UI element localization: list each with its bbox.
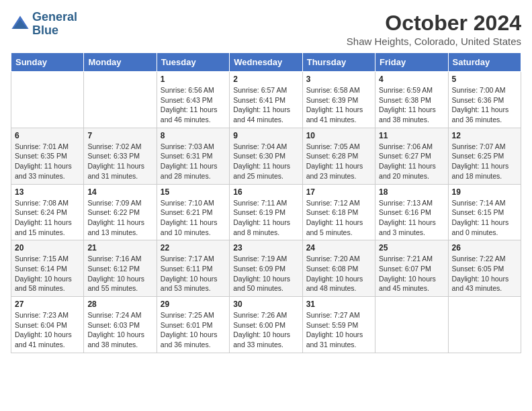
day-number: 24 — [306, 243, 371, 253]
calendar-cell: 21Sunrise: 7:16 AMSunset: 6:12 PMDayligh… — [84, 240, 157, 297]
calendar-cell — [448, 297, 521, 353]
calendar-cell: 14Sunrise: 7:09 AMSunset: 6:22 PMDayligh… — [84, 184, 157, 240]
day-info: Sunrise: 7:05 AMSunset: 6:28 PMDaylight:… — [306, 142, 371, 181]
logo: General Blue — [11, 11, 77, 38]
day-number: 1 — [161, 75, 226, 84]
calendar-cell: 16Sunrise: 7:11 AMSunset: 6:19 PMDayligh… — [230, 184, 302, 240]
day-number: 17 — [306, 187, 371, 197]
calendar-cell: 5Sunrise: 7:00 AMSunset: 6:36 PMDaylight… — [448, 72, 521, 128]
weekday-header: Wednesday — [230, 53, 302, 72]
day-number: 5 — [452, 75, 517, 84]
calendar-cell: 3Sunrise: 6:58 AMSunset: 6:39 PMDaylight… — [302, 72, 375, 128]
day-info: Sunrise: 7:22 AMSunset: 6:05 PMDaylight:… — [452, 254, 517, 293]
calendar-cell: 24Sunrise: 7:20 AMSunset: 6:08 PMDayligh… — [302, 240, 375, 297]
day-info: Sunrise: 7:02 AMSunset: 6:33 PMDaylight:… — [87, 142, 152, 181]
day-info: Sunrise: 7:14 AMSunset: 6:15 PMDaylight:… — [452, 198, 517, 238]
day-info: Sunrise: 7:03 AMSunset: 6:31 PMDaylight:… — [161, 142, 226, 181]
day-info: Sunrise: 7:13 AMSunset: 6:16 PMDaylight:… — [379, 198, 444, 238]
day-number: 31 — [306, 300, 371, 309]
calendar-cell: 7Sunrise: 7:02 AMSunset: 6:33 PMDaylight… — [84, 128, 157, 184]
day-number: 18 — [379, 187, 444, 197]
day-number: 16 — [233, 187, 298, 197]
title-block: October 2024 Shaw Heights, Colorado, Uni… — [347, 11, 521, 47]
day-info: Sunrise: 7:17 AMSunset: 6:11 PMDaylight:… — [161, 254, 226, 293]
calendar-cell: 10Sunrise: 7:05 AMSunset: 6:28 PMDayligh… — [302, 128, 375, 184]
day-info: Sunrise: 7:08 AMSunset: 6:24 PMDaylight:… — [15, 198, 80, 238]
day-number: 3 — [306, 75, 371, 84]
day-info: Sunrise: 7:21 AMSunset: 6:07 PMDaylight:… — [379, 254, 444, 293]
calendar-week-row: 1Sunrise: 6:56 AMSunset: 6:43 PMDaylight… — [11, 72, 521, 128]
day-number: 14 — [87, 187, 152, 197]
day-number: 23 — [233, 243, 298, 253]
calendar-cell: 28Sunrise: 7:24 AMSunset: 6:03 PMDayligh… — [84, 297, 157, 353]
day-info: Sunrise: 6:59 AMSunset: 6:38 PMDaylight:… — [379, 85, 444, 125]
calendar-table: SundayMondayTuesdayWednesdayThursdayFrid… — [11, 52, 521, 353]
day-number: 30 — [233, 300, 298, 309]
day-number: 10 — [306, 131, 371, 140]
calendar-cell: 29Sunrise: 7:25 AMSunset: 6:01 PMDayligh… — [157, 297, 229, 353]
calendar-cell: 30Sunrise: 7:26 AMSunset: 6:00 PMDayligh… — [230, 297, 302, 353]
day-number: 4 — [379, 75, 444, 84]
calendar-week-row: 20Sunrise: 7:15 AMSunset: 6:14 PMDayligh… — [11, 240, 521, 297]
location-text: Shaw Heights, Colorado, United States — [347, 36, 521, 47]
day-number: 27 — [15, 300, 80, 309]
calendar-cell: 27Sunrise: 7:23 AMSunset: 6:04 PMDayligh… — [11, 297, 84, 353]
page-header: General Blue October 2024 Shaw Heights, … — [11, 11, 521, 47]
calendar-cell: 13Sunrise: 7:08 AMSunset: 6:24 PMDayligh… — [11, 184, 84, 240]
day-number: 15 — [161, 187, 226, 197]
calendar-cell: 19Sunrise: 7:14 AMSunset: 6:15 PMDayligh… — [448, 184, 521, 240]
logo-text: General Blue — [32, 11, 77, 38]
day-info: Sunrise: 6:57 AMSunset: 6:41 PMDaylight:… — [233, 85, 298, 125]
calendar-body: 1Sunrise: 6:56 AMSunset: 6:43 PMDaylight… — [11, 72, 521, 353]
calendar-cell: 2Sunrise: 6:57 AMSunset: 6:41 PMDaylight… — [230, 72, 302, 128]
calendar-cell: 8Sunrise: 7:03 AMSunset: 6:31 PMDaylight… — [157, 128, 229, 184]
logo-line2: Blue — [32, 24, 77, 38]
calendar-cell: 12Sunrise: 7:07 AMSunset: 6:25 PMDayligh… — [448, 128, 521, 184]
day-number: 20 — [15, 243, 80, 253]
day-info: Sunrise: 7:20 AMSunset: 6:08 PMDaylight:… — [306, 254, 371, 293]
calendar-cell — [11, 72, 84, 128]
weekday-header: Saturday — [448, 53, 521, 72]
calendar-cell: 20Sunrise: 7:15 AMSunset: 6:14 PMDayligh… — [11, 240, 84, 297]
calendar-week-row: 13Sunrise: 7:08 AMSunset: 6:24 PMDayligh… — [11, 184, 521, 240]
day-info: Sunrise: 7:23 AMSunset: 6:04 PMDaylight:… — [15, 310, 80, 350]
day-info: Sunrise: 7:15 AMSunset: 6:14 PMDaylight:… — [15, 254, 80, 293]
day-info: Sunrise: 7:16 AMSunset: 6:12 PMDaylight:… — [87, 254, 152, 293]
day-info: Sunrise: 7:07 AMSunset: 6:25 PMDaylight:… — [452, 142, 517, 181]
day-info: Sunrise: 7:00 AMSunset: 6:36 PMDaylight:… — [452, 85, 517, 125]
day-info: Sunrise: 7:26 AMSunset: 6:00 PMDaylight:… — [233, 310, 298, 350]
calendar-cell: 15Sunrise: 7:10 AMSunset: 6:21 PMDayligh… — [157, 184, 229, 240]
day-number: 11 — [379, 131, 444, 140]
day-number: 2 — [233, 75, 298, 84]
day-number: 9 — [233, 131, 298, 140]
day-info: Sunrise: 7:19 AMSunset: 6:09 PMDaylight:… — [233, 254, 298, 293]
calendar-cell: 18Sunrise: 7:13 AMSunset: 6:16 PMDayligh… — [375, 184, 448, 240]
day-number: 6 — [15, 131, 80, 140]
calendar-cell: 11Sunrise: 7:06 AMSunset: 6:27 PMDayligh… — [375, 128, 448, 184]
calendar-cell — [84, 72, 157, 128]
day-info: Sunrise: 7:12 AMSunset: 6:18 PMDaylight:… — [306, 198, 371, 238]
calendar-week-row: 27Sunrise: 7:23 AMSunset: 6:04 PMDayligh… — [11, 297, 521, 353]
day-number: 25 — [379, 243, 444, 253]
logo-line1: General — [32, 11, 77, 24]
calendar-week-row: 6Sunrise: 7:01 AMSunset: 6:35 PMDaylight… — [11, 128, 521, 184]
calendar-cell: 31Sunrise: 7:27 AMSunset: 5:59 PMDayligh… — [302, 297, 375, 353]
weekday-header: Friday — [375, 53, 448, 72]
calendar-header-row: SundayMondayTuesdayWednesdayThursdayFrid… — [11, 53, 521, 72]
day-number: 13 — [15, 187, 80, 197]
calendar-cell: 1Sunrise: 6:56 AMSunset: 6:43 PMDaylight… — [157, 72, 229, 128]
calendar-cell — [375, 297, 448, 353]
day-info: Sunrise: 7:06 AMSunset: 6:27 PMDaylight:… — [379, 142, 444, 181]
day-number: 26 — [452, 243, 517, 253]
weekday-header: Thursday — [302, 53, 375, 72]
day-info: Sunrise: 7:27 AMSunset: 5:59 PMDaylight:… — [306, 310, 371, 350]
calendar-cell: 6Sunrise: 7:01 AMSunset: 6:35 PMDaylight… — [11, 128, 84, 184]
calendar-cell: 23Sunrise: 7:19 AMSunset: 6:09 PMDayligh… — [230, 240, 302, 297]
day-number: 21 — [87, 243, 152, 253]
calendar-cell: 17Sunrise: 7:12 AMSunset: 6:18 PMDayligh… — [302, 184, 375, 240]
day-info: Sunrise: 6:56 AMSunset: 6:43 PMDaylight:… — [161, 85, 226, 125]
calendar-cell: 25Sunrise: 7:21 AMSunset: 6:07 PMDayligh… — [375, 240, 448, 297]
day-info: Sunrise: 7:10 AMSunset: 6:21 PMDaylight:… — [161, 198, 226, 238]
weekday-header: Tuesday — [157, 53, 229, 72]
weekday-header: Sunday — [11, 53, 84, 72]
